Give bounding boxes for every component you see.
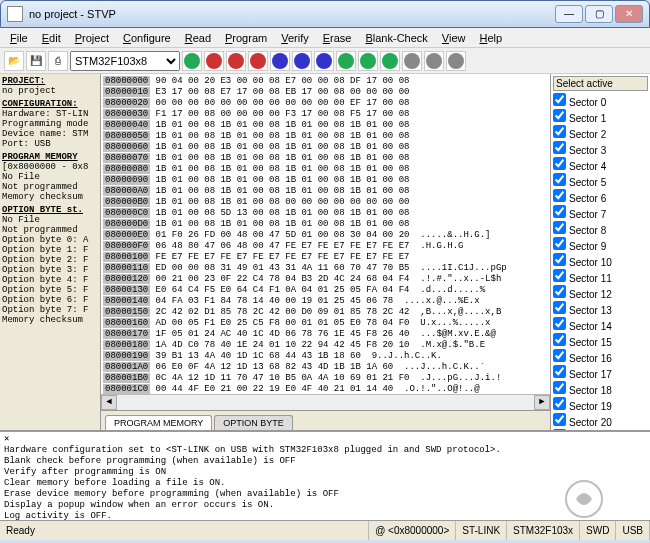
tool-bug12-icon[interactable] bbox=[424, 51, 444, 71]
sector-checkbox[interactable]: Sector 8 bbox=[553, 221, 648, 237]
tool-open-icon[interactable]: 📂 bbox=[4, 51, 24, 71]
log-panel[interactable]: ✕ Hardware configuration set to <ST-LINK… bbox=[0, 430, 650, 520]
hex-row[interactable]: 080000D0 1B 01 00 08 1B 01 00 08 1B 01 0… bbox=[103, 219, 548, 230]
sector-checkbox[interactable]: Sector 7 bbox=[553, 205, 648, 221]
sector-checkbox[interactable]: Sector 16 bbox=[553, 349, 648, 365]
maximize-button[interactable]: ▢ bbox=[585, 5, 613, 23]
sector-checkbox[interactable]: Sector 12 bbox=[553, 285, 648, 301]
menu-edit[interactable]: Edit bbox=[36, 30, 67, 46]
tool-bug3-icon[interactable] bbox=[226, 51, 246, 71]
sector-checkbox[interactable]: Sector 6 bbox=[553, 189, 648, 205]
hex-row[interactable]: 08000140 04 FA 03 F1 84 78 14 40 00 19 0… bbox=[103, 296, 548, 307]
hex-row[interactable]: 08000170 1F 05 01 24 AC 40 1C 4D 06 78 7… bbox=[103, 329, 548, 340]
hex-row[interactable]: 080000B0 1B 01 00 08 1B 01 00 08 00 00 0… bbox=[103, 197, 548, 208]
sector-checkbox[interactable]: Sector 13 bbox=[553, 301, 648, 317]
option-line: Option byte 3: F bbox=[2, 265, 98, 275]
hex-row[interactable]: 080001A0 06 E0 0F 4A 12 1D 13 68 82 43 4… bbox=[103, 362, 548, 373]
minimize-button[interactable]: — bbox=[555, 5, 583, 23]
project-header: PROJECT: bbox=[2, 76, 98, 86]
status-ready: Ready bbox=[0, 521, 369, 540]
tool-bug13-icon[interactable] bbox=[446, 51, 466, 71]
hex-row[interactable]: 08000020 00 00 00 00 00 00 00 00 00 00 0… bbox=[103, 98, 548, 109]
sector-checkbox[interactable]: Sector 5 bbox=[553, 173, 648, 189]
tool-bug1-icon[interactable] bbox=[182, 51, 202, 71]
hex-row[interactable]: 080001B0 0C 4A 12 1D 11 70 47 10 B5 0A 4… bbox=[103, 373, 548, 384]
hex-hscroll[interactable]: ◄ ► bbox=[101, 394, 550, 410]
sector-checkbox[interactable]: Sector 3 bbox=[553, 141, 648, 157]
option-line: Option byte 4: F bbox=[2, 275, 98, 285]
tool-bug10-icon[interactable] bbox=[380, 51, 400, 71]
hex-row[interactable]: 08000000 90 04 00 20 E3 00 00 08 E7 00 0… bbox=[103, 76, 548, 87]
config-header: CONFIGURATION: bbox=[2, 99, 98, 109]
tool-bug4-icon[interactable] bbox=[248, 51, 268, 71]
sector-checkbox[interactable]: Sector 4 bbox=[553, 157, 648, 173]
hex-row[interactable]: 08000050 1B 01 00 08 1B 01 00 08 1B 01 0… bbox=[103, 131, 548, 142]
tool-bug6-icon[interactable] bbox=[292, 51, 312, 71]
sector-checkbox[interactable]: Sector 14 bbox=[553, 317, 648, 333]
sector-checkbox[interactable]: Sector 9 bbox=[553, 237, 648, 253]
toolbar: 📂 💾 ⎙ STM32F103x8 bbox=[0, 48, 650, 74]
menu-configure[interactable]: Configure bbox=[117, 30, 177, 46]
hex-row[interactable]: 08000120 00 21 00 23 0F 22 C4 78 04 B3 2… bbox=[103, 274, 548, 285]
hex-row[interactable]: 08000130 E0 64 C4 F5 E0 64 C4 F1 0A 04 0… bbox=[103, 285, 548, 296]
sector-checkbox[interactable]: Sector 19 bbox=[553, 397, 648, 413]
hex-row[interactable]: 080000F0 06 48 80 47 06 48 00 47 FE E7 F… bbox=[103, 241, 548, 252]
close-button[interactable]: ✕ bbox=[615, 5, 643, 23]
hex-row[interactable]: 08000100 FE E7 FE E7 FE E7 FE E7 FE E7 F… bbox=[103, 252, 548, 263]
device-select[interactable]: STM32F103x8 bbox=[70, 51, 180, 71]
tab-program-memory[interactable]: PROGRAM MEMORY bbox=[105, 415, 212, 430]
sector-checkbox[interactable]: Sector 21 bbox=[553, 429, 648, 430]
tool-bug2-icon[interactable] bbox=[204, 51, 224, 71]
tool-bug5-icon[interactable] bbox=[270, 51, 290, 71]
menubar: File Edit Project Configure Read Program… bbox=[0, 28, 650, 48]
menu-view[interactable]: View bbox=[436, 30, 472, 46]
sector-checkbox[interactable]: Sector 20 bbox=[553, 413, 648, 429]
menu-project[interactable]: Project bbox=[69, 30, 115, 46]
menu-file[interactable]: File bbox=[4, 30, 34, 46]
hex-row[interactable]: 08000110 ED 00 00 08 31 49 01 43 31 4A 1… bbox=[103, 263, 548, 274]
hex-row[interactable]: 08000090 1B 01 00 08 1B 01 00 08 1B 01 0… bbox=[103, 175, 548, 186]
hex-row[interactable]: 08000010 E3 17 00 08 E7 17 00 08 EB 17 0… bbox=[103, 87, 548, 98]
tool-bug7-icon[interactable] bbox=[314, 51, 334, 71]
hex-row[interactable]: 08000070 1B 01 00 08 1B 01 00 08 1B 01 0… bbox=[103, 153, 548, 164]
sector-checkbox[interactable]: Sector 1 bbox=[553, 109, 648, 125]
config-line: Hardware: ST-LIN bbox=[2, 109, 98, 119]
hex-row[interactable]: 080000C0 1B 01 00 08 5D 13 00 08 1B 01 0… bbox=[103, 208, 548, 219]
sector-checkbox[interactable]: Sector 2 bbox=[553, 125, 648, 141]
tool-save-icon[interactable]: 💾 bbox=[26, 51, 46, 71]
hex-row[interactable]: 080001C0 00 44 4F E0 21 00 22 19 E0 4F 4… bbox=[103, 384, 548, 394]
hex-row[interactable]: 08000040 1B 01 00 08 1B 01 00 08 1B 01 0… bbox=[103, 120, 548, 131]
sector-checkbox[interactable]: Sector 11 bbox=[553, 269, 648, 285]
sector-checkbox[interactable]: Sector 15 bbox=[553, 333, 648, 349]
hex-row[interactable]: 08000190 39 B1 13 4A 40 1D 1C 68 44 43 1… bbox=[103, 351, 548, 362]
hex-viewer[interactable]: 08000000 90 04 00 20 E3 00 00 08 E7 00 0… bbox=[101, 74, 550, 394]
hex-row[interactable]: 080000A0 1B 01 00 08 1B 01 00 08 1B 01 0… bbox=[103, 186, 548, 197]
sector-checkbox[interactable]: Sector 0 bbox=[553, 93, 648, 109]
hex-row[interactable]: 08000060 1B 01 00 08 1B 01 00 08 1B 01 0… bbox=[103, 142, 548, 153]
sector-checkbox[interactable]: Sector 17 bbox=[553, 365, 648, 381]
log-close-icon[interactable]: ✕ bbox=[4, 434, 9, 444]
sector-checkbox[interactable]: Sector 10 bbox=[553, 253, 648, 269]
menu-help[interactable]: Help bbox=[473, 30, 508, 46]
sector-checkbox[interactable]: Sector 18 bbox=[553, 381, 648, 397]
menu-read[interactable]: Read bbox=[179, 30, 217, 46]
tab-option-byte[interactable]: OPTION BYTE bbox=[214, 415, 293, 430]
tool-bug9-icon[interactable] bbox=[358, 51, 378, 71]
tool-bug8-icon[interactable] bbox=[336, 51, 356, 71]
tool-bug11-icon[interactable] bbox=[402, 51, 422, 71]
tool-saveall-icon[interactable]: ⎙ bbox=[48, 51, 68, 71]
hex-row[interactable]: 08000150 2C 42 02 D1 85 78 2C 42 00 D0 0… bbox=[103, 307, 548, 318]
memory-tabs: PROGRAM MEMORY OPTION BYTE bbox=[101, 410, 550, 430]
hex-row[interactable]: 08000030 F1 17 00 08 00 00 00 00 F3 17 0… bbox=[103, 109, 548, 120]
hex-row[interactable]: 08000160 AD 00 05 F1 E0 25 C5 F8 00 01 0… bbox=[103, 318, 548, 329]
menu-blankcheck[interactable]: Blank-Check bbox=[359, 30, 433, 46]
menu-verify[interactable]: Verify bbox=[275, 30, 315, 46]
hex-row[interactable]: 08000080 1B 01 00 08 1B 01 00 08 1B 01 0… bbox=[103, 164, 548, 175]
hex-row[interactable]: 08000180 1A 4D C0 78 40 1E 24 01 10 22 9… bbox=[103, 340, 548, 351]
hex-row[interactable]: 080000E0 01 F0 26 FD 00 48 00 47 5D 01 0… bbox=[103, 230, 548, 241]
menu-program[interactable]: Program bbox=[219, 30, 273, 46]
scroll-left-icon[interactable]: ◄ bbox=[101, 395, 117, 410]
menu-erase[interactable]: Erase bbox=[317, 30, 358, 46]
log-line: Blank check before programming (when ava… bbox=[4, 456, 646, 467]
scroll-right-icon[interactable]: ► bbox=[534, 395, 550, 410]
